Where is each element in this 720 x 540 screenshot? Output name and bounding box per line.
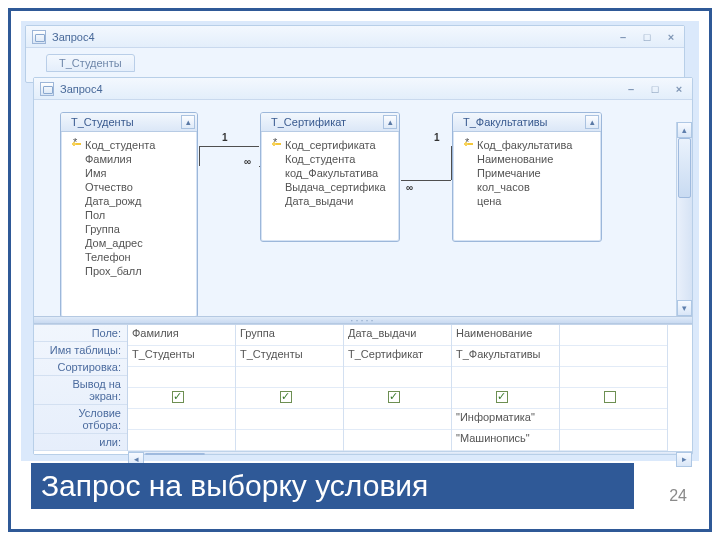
field[interactable]: Телефон: [69, 250, 189, 264]
field[interactable]: Код_сертификата: [269, 138, 391, 152]
window-title: Запрос4: [60, 83, 103, 95]
background-titlebar: Запрос4 – □ ×: [26, 26, 684, 48]
scrollbar-thumb[interactable]: [678, 138, 691, 198]
checkbox-icon[interactable]: [604, 391, 616, 403]
table-students-header[interactable]: Т_Студенты ▴: [61, 113, 197, 132]
cell-criteria[interactable]: [560, 409, 667, 430]
cell-sort[interactable]: [236, 367, 343, 388]
field[interactable]: Дата_рожд: [69, 194, 189, 208]
table-certificate[interactable]: Т_Сертификат ▴ Код_сертификата Код_студе…: [260, 112, 400, 242]
field[interactable]: Примечание: [461, 166, 593, 180]
field[interactable]: кол_часов: [461, 180, 593, 194]
relation-line: [199, 146, 200, 166]
query-icon: [40, 82, 54, 96]
cell-criteria[interactable]: [344, 409, 451, 430]
cell-sort[interactable]: [452, 367, 559, 388]
field[interactable]: Фамилия: [69, 152, 189, 166]
close-button[interactable]: ×: [672, 83, 686, 95]
relation-line: [259, 166, 260, 167]
relation-one-label: 1: [434, 132, 440, 143]
design-grid[interactable]: Поле: Имя таблицы: Сортировка: Вывод на …: [34, 324, 692, 454]
grid-column: Дата_выдачи Т_Сертификат: [344, 325, 452, 451]
cell-sort[interactable]: [560, 367, 667, 388]
row-label-criteria: Условие отбора:: [34, 405, 127, 434]
cell-or[interactable]: [560, 430, 667, 451]
grid-column: Фамилия Т_Студенты: [128, 325, 236, 451]
table-title: Т_Факультативы: [463, 116, 548, 128]
table-facultatives-header[interactable]: Т_Факультативы ▴: [453, 113, 601, 132]
vertical-scrollbar[interactable]: ▴ ▾: [676, 122, 692, 316]
cell-field[interactable]: Наименование: [452, 325, 559, 346]
scroll-up-button[interactable]: ▴: [677, 122, 692, 138]
cell-field[interactable]: Фамилия: [128, 325, 235, 346]
cell-table[interactable]: Т_Студенты: [236, 346, 343, 367]
cell-table[interactable]: Т_Сертификат: [344, 346, 451, 367]
field[interactable]: Наименование: [461, 152, 593, 166]
minimize-button[interactable]: –: [624, 83, 638, 95]
cell-show[interactable]: [236, 388, 343, 409]
cell-show[interactable]: [344, 388, 451, 409]
cell-show[interactable]: [452, 388, 559, 409]
field[interactable]: цена: [461, 194, 593, 208]
cell-or[interactable]: [128, 430, 235, 451]
cell-field[interactable]: Дата_выдачи: [344, 325, 451, 346]
cell-or[interactable]: "Машинопись": [452, 430, 559, 451]
cell-criteria[interactable]: [128, 409, 235, 430]
minimize-button[interactable]: –: [616, 31, 630, 43]
scrollbar-track[interactable]: [677, 138, 692, 300]
relationships-pane[interactable]: Т_Студенты ▴ Код_студента Фамилия Имя От…: [34, 100, 692, 316]
field[interactable]: Прох_балл: [69, 264, 189, 278]
scroll-right-button[interactable]: ▸: [676, 452, 692, 467]
cell-sort[interactable]: [344, 367, 451, 388]
cell-criteria[interactable]: "Информатика": [452, 409, 559, 430]
relation-many-label: ∞: [244, 156, 251, 167]
relation-line: [199, 146, 259, 147]
table-certificate-header[interactable]: Т_Сертификат ▴: [261, 113, 399, 132]
field[interactable]: Код_студента: [69, 138, 189, 152]
table-students[interactable]: Т_Студенты ▴ Код_студента Фамилия Имя От…: [60, 112, 198, 316]
checkbox-icon[interactable]: [172, 391, 184, 403]
field[interactable]: Имя: [69, 166, 189, 180]
checkbox-icon[interactable]: [388, 391, 400, 403]
scrollbar-thumb[interactable]: [145, 453, 205, 455]
cell-field[interactable]: [560, 325, 667, 346]
cell-criteria[interactable]: [236, 409, 343, 430]
cell-table[interactable]: [560, 346, 667, 367]
checkbox-icon[interactable]: [280, 391, 292, 403]
cell-show[interactable]: [560, 388, 667, 409]
cell-show[interactable]: [128, 388, 235, 409]
field[interactable]: Группа: [69, 222, 189, 236]
grid-row-headers: Поле: Имя таблицы: Сортировка: Вывод на …: [34, 325, 128, 451]
scroll-up-icon[interactable]: ▴: [383, 115, 397, 129]
row-label-show: Вывод на экран:: [34, 376, 127, 405]
checkbox-icon[interactable]: [496, 391, 508, 403]
field[interactable]: Отчество: [69, 180, 189, 194]
field[interactable]: Пол: [69, 208, 189, 222]
cell-table[interactable]: Т_Факультативы: [452, 346, 559, 367]
maximize-button[interactable]: □: [648, 83, 662, 95]
pane-splitter[interactable]: [34, 316, 692, 324]
grid-column: [560, 325, 668, 451]
query-icon: [32, 30, 46, 44]
titlebar[interactable]: Запрос4 – □ ×: [34, 78, 692, 100]
cell-table[interactable]: Т_Студенты: [128, 346, 235, 367]
field[interactable]: Дата_выдачи: [269, 194, 391, 208]
background-window: Запрос4 – □ × Т_Студенты: [25, 25, 685, 83]
relation-one-label: 1: [222, 132, 228, 143]
scroll-down-button[interactable]: ▾: [677, 300, 692, 316]
close-button[interactable]: ×: [664, 31, 678, 43]
cell-or[interactable]: [236, 430, 343, 451]
field[interactable]: Код_факультатива: [461, 138, 593, 152]
field[interactable]: Дом_адрес: [69, 236, 189, 250]
cell-or[interactable]: [344, 430, 451, 451]
scroll-up-icon[interactable]: ▴: [181, 115, 195, 129]
scroll-up-icon[interactable]: ▴: [585, 115, 599, 129]
cell-field[interactable]: Группа: [236, 325, 343, 346]
cell-sort[interactable]: [128, 367, 235, 388]
field[interactable]: Выдача_сертифика: [269, 180, 391, 194]
maximize-button[interactable]: □: [640, 31, 654, 43]
field[interactable]: Код_студента: [269, 152, 391, 166]
table-facultatives[interactable]: Т_Факультативы ▴ Код_факультатива Наимен…: [452, 112, 602, 242]
horizontal-scrollbar[interactable]: ◂ ▸: [128, 451, 692, 454]
field[interactable]: код_Факультатива: [269, 166, 391, 180]
